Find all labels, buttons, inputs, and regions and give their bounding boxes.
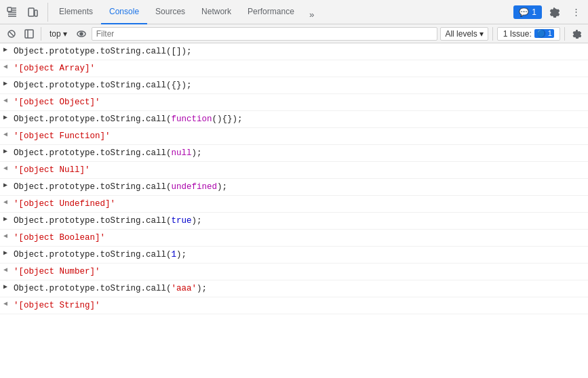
result-value: '[object Function]'	[14, 131, 111, 141]
console-row-11: ◀'[object Boolean]'	[0, 230, 588, 247]
issues-button[interactable]: 1 Issue: 🔵 1	[497, 27, 560, 41]
code-part: );	[197, 284, 207, 293]
clear-console-button[interactable]	[4, 26, 19, 41]
badge-count: 1	[532, 7, 536, 17]
console-row-10: ▶Object.prototype.toString.call(true);	[0, 213, 588, 230]
code-part: );	[192, 148, 202, 158]
levels-icon: ▾	[479, 29, 484, 39]
tab-more-button[interactable]: »	[302, 5, 321, 24]
code-part: 'aaa'	[172, 284, 197, 293]
row-content: '[object Number]'	[11, 264, 588, 279]
row-content: '[object Object]'	[11, 95, 588, 110]
row-content: '[object Function]'	[11, 129, 588, 144]
result-value: '[object Object]'	[14, 98, 100, 107]
code-part: (){}	[212, 114, 233, 124]
console-row-14: ▶Object.prototype.toString.call('aaa');	[0, 280, 588, 297]
row-arrow[interactable]: ▶	[0, 112, 11, 121]
code-part: true	[172, 216, 192, 226]
context-selector[interactable]: top ▾	[45, 28, 71, 40]
code-part: Object.prototype.toString.call(	[14, 47, 172, 56]
console-row-2: ▶Object.prototype.toString.call({});	[0, 77, 588, 94]
console-row-7: ◀'[object Null]'	[0, 162, 588, 179]
row-content: '[object Array]'	[11, 61, 588, 76]
code-part: {}	[172, 81, 182, 90]
row-content: Object.prototype.toString.call('aaa');	[11, 281, 588, 296]
tab-elements[interactable]: Elements	[51, 0, 101, 24]
code-part: Object.prototype.toString.call(	[14, 81, 172, 90]
tab-network[interactable]: Network	[193, 0, 239, 24]
code-part: Object.prototype.toString.call(	[14, 182, 172, 192]
svg-rect-2	[35, 10, 37, 16]
settings-button[interactable]	[545, 3, 564, 22]
row-arrow[interactable]: ◀	[0, 264, 11, 274]
code-part: Object.prototype.toString.call(	[14, 148, 172, 158]
row-content: Object.prototype.toString.call(function(…	[11, 112, 588, 127]
row-content: Object.prototype.toString.call(1);	[11, 247, 588, 262]
device-toggle-button[interactable]	[23, 3, 42, 22]
log-levels-dropdown[interactable]: All levels ▾	[440, 27, 488, 41]
context-label: top	[50, 29, 61, 39]
divider-2	[492, 27, 493, 41]
row-content: Object.prototype.toString.call([]);	[11, 44, 588, 59]
code-part: []	[172, 47, 182, 56]
svg-point-8	[80, 33, 83, 35]
result-value: '[object Null]'	[14, 165, 90, 175]
code-part: function	[172, 114, 212, 124]
row-arrow[interactable]: ▶	[0, 180, 11, 189]
result-value: '[object Number]'	[14, 267, 100, 276]
svg-rect-1	[28, 8, 34, 16]
console-settings-button[interactable]	[569, 26, 584, 41]
row-content: '[object Null]'	[11, 163, 588, 177]
tab-performance[interactable]: Performance	[239, 0, 302, 24]
tab-sources[interactable]: Sources	[147, 0, 193, 24]
row-arrow[interactable]: ◀	[0, 230, 11, 240]
row-content: Object.prototype.toString.call({});	[11, 78, 588, 93]
eager-eval-button[interactable]	[74, 26, 89, 41]
svg-line-4	[9, 32, 14, 36]
row-arrow[interactable]: ▶	[0, 78, 11, 87]
console-row-15: ◀'[object String]'	[0, 297, 588, 314]
row-arrow[interactable]: ◀	[0, 196, 11, 206]
levels-label: All levels	[445, 29, 477, 39]
code-part: );	[176, 250, 187, 259]
code-part: undefined	[172, 182, 218, 192]
row-arrow[interactable]: ◀	[0, 95, 11, 104]
row-arrow[interactable]: ▶	[0, 44, 11, 54]
console-row-5: ◀'[object Function]'	[0, 128, 588, 145]
more-options-button[interactable]: ⋮	[566, 3, 585, 22]
code-part: );	[182, 81, 192, 90]
code-part: );	[233, 114, 243, 124]
code-part: );	[182, 47, 192, 56]
code-part: Object.prototype.toString.call(	[14, 114, 172, 124]
console-toolbar: top ▾ All levels ▾ 1 Issue: 🔵 1	[0, 24, 588, 43]
row-arrow[interactable]: ▶	[0, 213, 11, 223]
row-content: Object.prototype.toString.call(true);	[11, 213, 588, 228]
row-arrow[interactable]: ◀	[0, 61, 11, 70]
row-arrow[interactable]: ▶	[0, 281, 11, 291]
console-row-6: ▶Object.prototype.toString.call(null);	[0, 145, 588, 162]
console-row-3: ◀'[object Object]'	[0, 94, 588, 111]
tab-console[interactable]: Console	[101, 0, 147, 24]
console-row-0: ▶Object.prototype.toString.call([]);	[0, 43, 588, 60]
issue-badge: 🔵 1	[534, 29, 554, 38]
filter-input[interactable]	[92, 27, 438, 41]
row-arrow[interactable]: ◀	[0, 163, 11, 172]
code-part: );	[217, 182, 227, 192]
show-sidebar-button[interactable]	[22, 26, 37, 41]
code-part: Object.prototype.toString.call(	[14, 250, 172, 259]
row-arrow[interactable]: ▶	[0, 146, 11, 155]
row-content: '[object String]'	[11, 298, 588, 313]
more-icon: ⋮	[572, 7, 581, 17]
inspect-button[interactable]	[3, 3, 22, 22]
row-content: '[object Undefined]'	[11, 196, 588, 211]
toolbar-right-icons: 💬 1 ⋮	[513, 3, 585, 22]
svg-rect-5	[25, 30, 33, 38]
row-arrow[interactable]: ▶	[0, 247, 11, 257]
row-arrow[interactable]: ◀	[0, 298, 11, 308]
svg-rect-0	[7, 7, 12, 12]
code-part: Object.prototype.toString.call(	[14, 284, 172, 293]
result-value: '[object String]'	[14, 301, 100, 310]
row-arrow[interactable]: ◀	[0, 129, 11, 138]
tab-list: Elements Console Sources Network Perform…	[51, 0, 513, 24]
badge-button[interactable]: 💬 1	[513, 5, 542, 19]
